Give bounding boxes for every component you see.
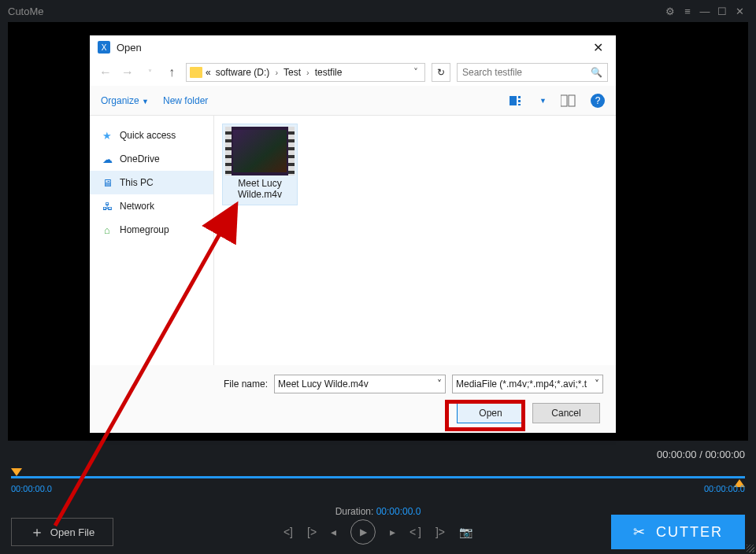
dialog-toolbar: Organize ▼ New folder ▼ ? bbox=[90, 86, 616, 116]
chevron-right-icon[interactable]: › bbox=[272, 68, 280, 77]
bottom-bar: ＋ Open File <] [> ◂ ▶ ▸ < ] ]> 📷 ✂ CUTTE… bbox=[0, 515, 756, 549]
close-app-icon[interactable]: ✕ bbox=[731, 6, 748, 17]
loop-icon[interactable]: < ] bbox=[410, 526, 421, 538]
up-icon[interactable]: ↑ bbox=[164, 65, 180, 79]
file-list[interactable]: Meet Lucy Wilde.m4v bbox=[214, 116, 616, 365]
sidebar-item-network[interactable]: 🖧 Network bbox=[90, 194, 213, 218]
path-seg-testfile[interactable]: testfile bbox=[313, 67, 344, 78]
timeline-end-time: 00:00:00.0 bbox=[704, 484, 745, 493]
address-dropdown-icon[interactable]: ˅ bbox=[410, 67, 421, 78]
close-dialog-icon[interactable]: ✕ bbox=[588, 40, 608, 55]
sidebar-item-onedrive[interactable]: ☁ OneDrive bbox=[90, 147, 213, 171]
path-seg-test[interactable]: Test bbox=[282, 67, 302, 78]
dialog-footer: File name: Meet Lucy Wilde.m4v ˅ MediaFi… bbox=[90, 365, 616, 433]
file-type-filter[interactable]: MediaFile (*.m4v;*.mp4;*.avi;*.t ˅ bbox=[452, 375, 603, 393]
monitor-icon: 🖥 bbox=[101, 176, 113, 189]
plus-icon: ＋ bbox=[30, 523, 44, 541]
back-icon[interactable]: ← bbox=[98, 65, 113, 79]
address-bar[interactable]: « software (D:) › Test › testfile ˅ bbox=[186, 63, 425, 82]
menu-icon[interactable]: ≡ bbox=[679, 6, 696, 17]
forward-icon[interactable]: → bbox=[120, 65, 135, 79]
play-button[interactable]: ▶ bbox=[350, 519, 376, 545]
dialog-app-icon: X bbox=[98, 41, 110, 54]
network-icon: 🖧 bbox=[101, 200, 113, 212]
mark-out-icon[interactable]: [> bbox=[307, 526, 317, 538]
svg-rect-2 bbox=[518, 100, 521, 102]
folder-icon bbox=[190, 67, 202, 78]
new-folder-button[interactable]: New folder bbox=[163, 95, 208, 106]
resize-grip[interactable] bbox=[747, 545, 754, 552]
timeline-track[interactable] bbox=[11, 476, 745, 478]
refresh-button[interactable]: ↻ bbox=[432, 63, 450, 82]
cutter-button[interactable]: ✂ CUTTER bbox=[611, 515, 745, 549]
dialog-body: ★ Quick access ☁ OneDrive 🖥 This PC 🖧 Ne… bbox=[90, 116, 616, 365]
step-end-icon[interactable]: ]> bbox=[435, 526, 445, 538]
chevron-down-icon[interactable]: ˅ bbox=[437, 379, 442, 390]
svg-rect-0 bbox=[510, 96, 517, 105]
file-name-label: Meet Lucy Wilde.m4v bbox=[225, 175, 295, 202]
file-open-dialog: X Open ✕ ← → ˅ ↑ « software (D:) › Test … bbox=[90, 35, 616, 433]
svg-rect-1 bbox=[518, 96, 521, 98]
filename-label: File name: bbox=[102, 379, 268, 390]
homegroup-icon: ⌂ bbox=[101, 223, 113, 236]
organize-menu[interactable]: Organize ▼ bbox=[101, 95, 149, 106]
chevron-down-icon[interactable]: ˅ bbox=[595, 379, 599, 390]
chevron-down-icon[interactable]: ▼ bbox=[539, 97, 547, 105]
sidebar-item-quick-access[interactable]: ★ Quick access bbox=[90, 124, 213, 147]
cancel-button[interactable]: Cancel bbox=[532, 403, 600, 423]
timeline[interactable]: 00:00:00.0 00:00:00.0 bbox=[11, 468, 745, 490]
open-file-button[interactable]: ＋ Open File bbox=[11, 518, 113, 546]
help-icon[interactable]: ? bbox=[591, 94, 605, 108]
view-mode-icon[interactable] bbox=[510, 94, 525, 107]
dialog-titlebar: X Open ✕ bbox=[90, 35, 616, 59]
svg-rect-3 bbox=[518, 104, 521, 105]
current-time: 00:00:00 bbox=[657, 449, 697, 460]
dialog-nav-bar: ← → ˅ ↑ « software (D:) › Test › testfil… bbox=[90, 59, 616, 86]
path-seg-drive[interactable]: software (D:) bbox=[214, 67, 272, 78]
file-item[interactable]: Meet Lucy Wilde.m4v bbox=[222, 124, 298, 205]
recent-chevron-icon[interactable]: ˅ bbox=[142, 68, 158, 77]
next-frame-icon[interactable]: ▸ bbox=[390, 526, 395, 538]
sidebar-item-this-pc[interactable]: 🖥 This PC bbox=[90, 171, 213, 194]
search-input[interactable] bbox=[462, 67, 591, 78]
timeline-start-time: 00:00:00.0 bbox=[11, 484, 52, 493]
time-display: 00:00:00 / 00:00:00 bbox=[657, 449, 745, 460]
playback-controls: <] [> ◂ ▶ ▸ < ] ]> 📷 bbox=[284, 519, 472, 545]
mark-in-icon[interactable]: <] bbox=[284, 526, 293, 538]
preview-pane-icon[interactable] bbox=[561, 94, 576, 107]
scissors-icon: ✂ bbox=[633, 523, 647, 541]
timeline-start-handle[interactable] bbox=[11, 468, 22, 476]
maximize-icon[interactable]: ☐ bbox=[713, 6, 731, 17]
minimize-icon[interactable]: ― bbox=[696, 6, 713, 17]
chevron-right-icon[interactable]: › bbox=[304, 68, 312, 77]
cloud-icon: ☁ bbox=[101, 153, 113, 165]
app-title: CutoMe bbox=[8, 6, 662, 17]
prev-frame-icon[interactable]: ◂ bbox=[331, 526, 336, 538]
app-titlebar: CutoMe ⚙ ≡ ― ☐ ✕ bbox=[0, 0, 756, 22]
dialog-sidebar: ★ Quick access ☁ OneDrive 🖥 This PC 🖧 Ne… bbox=[90, 116, 214, 365]
search-box[interactable]: 🔍 bbox=[457, 63, 608, 82]
sidebar-item-homegroup[interactable]: ⌂ Homegroup bbox=[90, 218, 213, 242]
camera-icon[interactable]: 📷 bbox=[459, 526, 472, 538]
video-thumbnail bbox=[225, 127, 295, 175]
svg-rect-5 bbox=[569, 95, 575, 106]
search-icon: 🔍 bbox=[591, 67, 602, 78]
total-time: 00:00:00 bbox=[705, 449, 745, 460]
star-icon: ★ bbox=[101, 129, 113, 142]
svg-rect-4 bbox=[561, 95, 567, 106]
open-button[interactable]: Open bbox=[457, 403, 524, 423]
filename-input[interactable]: Meet Lucy Wilde.m4v ˅ bbox=[274, 375, 446, 393]
gear-icon[interactable]: ⚙ bbox=[662, 6, 679, 17]
dialog-title: Open bbox=[117, 42, 588, 54]
chevron-down-icon: ▼ bbox=[142, 98, 149, 105]
